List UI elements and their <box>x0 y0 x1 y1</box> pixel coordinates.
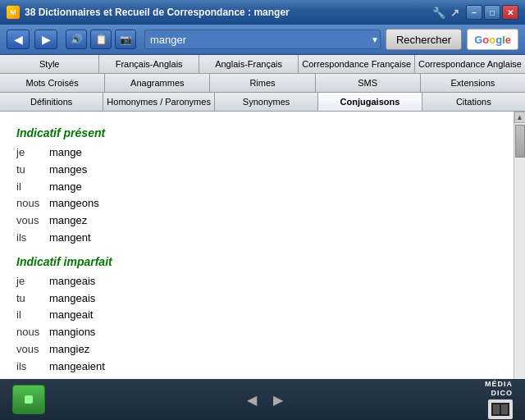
pronoun: il <box>16 179 49 196</box>
window-controls: – □ ✕ <box>466 5 518 20</box>
rechercher-button[interactable]: Rechercher <box>386 29 462 50</box>
svg-rect-1 <box>493 404 500 414</box>
document-icon-button[interactable]: 📋 <box>90 30 112 49</box>
pronoun: tu <box>16 290 49 308</box>
tab-row-2: Mots Croisés Anagrammes Rimes SMS Extens… <box>0 74 525 93</box>
wrench-icon[interactable]: 🔧 <box>432 7 445 19</box>
maximize-button[interactable]: □ <box>484 5 500 20</box>
table-row: vous mangiez <box>16 341 497 358</box>
table-row: vous mangez <box>16 212 497 230</box>
section-title-present: Indicatif présent <box>16 126 497 139</box>
scrollbar[interactable]: ▲ <box>514 112 525 379</box>
table-row: ils mangeaient <box>16 358 497 376</box>
verb-form: mangeait <box>49 307 93 324</box>
table-row: je mange <box>16 144 497 162</box>
conjugation-table-imparfait: je mangeais tu mangeais il mangeait nous… <box>16 273 497 376</box>
section-title-imparfait: Indicatif imparfait <box>16 255 497 268</box>
bottom-controls: ◀ ▶ <box>45 392 485 408</box>
arrow-icon[interactable]: ↗ <box>450 7 459 19</box>
window-title: 38 Dictionnaires et Recueil de Correspon… <box>25 7 432 18</box>
tab-extensions[interactable]: Extensions <box>421 74 525 92</box>
tab-correspondance-anglaise[interactable]: Correspondance Anglaise <box>415 55 525 73</box>
tab-synonymes[interactable]: Synonymes <box>215 93 318 111</box>
scroll-up-button[interactable]: ▲ <box>514 112 526 123</box>
toolbar: ◀ ▶ 🔊 📋 📷 ▼ Rechercher Google <box>0 25 525 55</box>
pronoun: il <box>16 307 49 324</box>
table-row: nous mangeons <box>16 195 497 212</box>
verb-form: mangent <box>49 230 91 247</box>
tab-sms[interactable]: SMS <box>316 74 421 92</box>
tab-mots-croises[interactable]: Mots Croisés <box>0 74 105 92</box>
table-row: il mangeait <box>16 307 497 324</box>
table-row: ils mangent <box>16 230 497 247</box>
verb-form: mangions <box>49 324 95 341</box>
next-button[interactable]: ▶ <box>273 392 283 408</box>
verb-form: mangez <box>49 212 87 230</box>
minimize-button[interactable]: – <box>466 5 482 20</box>
tab-homonymes[interactable]: Homonymes / Paronymes <box>103 93 215 111</box>
pronoun: nous <box>16 324 49 341</box>
table-row: tu mangeais <box>16 290 497 308</box>
verb-form: mangeais <box>49 273 95 290</box>
pronoun: vous <box>16 212 49 230</box>
camera-icon-button[interactable]: 📷 <box>115 30 136 49</box>
verb-form: mange <box>49 179 82 196</box>
table-row: il mange <box>16 179 497 196</box>
scroll-thumb[interactable] <box>515 125 525 158</box>
tab-row-3: Définitions Homonymes / Paronymes Synony… <box>0 93 525 112</box>
conjugation-table-present: je mange tu manges il mange nous mangeon… <box>16 144 497 247</box>
media-dico-text-1: MÉDIA <box>485 380 513 389</box>
app-icon: M <box>7 6 20 19</box>
verb-form: mangeons <box>49 195 99 212</box>
forward-button[interactable]: ▶ <box>34 30 57 49</box>
table-row: nous mangions <box>16 324 497 341</box>
media-dico-logo-box <box>488 399 513 419</box>
back-button[interactable]: ◀ <box>7 30 30 49</box>
verb-form: mangeais <box>49 290 95 308</box>
section-indicatif-present: Indicatif présent je mange tu manges il … <box>16 126 497 247</box>
tab-conjugaisons[interactable]: Conjugaisons <box>318 93 422 111</box>
pronoun: ils <box>16 358 49 376</box>
verb-form: mange <box>49 144 82 162</box>
prev-button[interactable]: ◀ <box>247 392 257 408</box>
pronoun: nous <box>16 195 49 212</box>
media-dico-logo: MÉDIA DICO <box>485 380 513 419</box>
title-bar: M 38 Dictionnaires et Recueil de Corresp… <box>0 0 525 25</box>
content-area: Indicatif présent je mange tu manges il … <box>0 112 525 379</box>
tab-francais-anglais[interactable]: Français-Anglais <box>99 55 199 73</box>
toolbar-icons: 🔊 📋 📷 <box>66 30 136 49</box>
sound-icon-button[interactable]: 🔊 <box>66 30 87 49</box>
pronoun: ils <box>16 230 49 247</box>
tab-anglais-francais[interactable]: Anglais-Français <box>199 55 299 73</box>
search-dropdown-arrow[interactable]: ▼ <box>371 35 379 44</box>
tab-rimes[interactable]: Rimes <box>210 74 315 92</box>
media-dico-text-2: DICO <box>491 389 514 398</box>
tab-citations[interactable]: Citations <box>422 93 525 111</box>
bottom-bar: ◀ ▶ MÉDIA DICO <box>0 379 525 420</box>
table-row: tu manges <box>16 162 497 179</box>
section-indicatif-imparfait: Indicatif imparfait je mangeais tu mange… <box>16 255 497 376</box>
verb-form: manges <box>49 162 87 179</box>
tab-style[interactable]: Style <box>0 55 99 73</box>
verb-form: mangiez <box>49 341 89 358</box>
pronoun: je <box>16 273 49 290</box>
verb-form: mangeaient <box>49 358 105 376</box>
svg-rect-2 <box>501 404 508 414</box>
play-indicator <box>25 395 33 404</box>
tab-anagrammes[interactable]: Anagrammes <box>105 74 210 92</box>
content-main[interactable]: Indicatif présent je mange tu manges il … <box>0 112 514 379</box>
tab-correspondance-francaise[interactable]: Correspondance Française <box>299 55 415 73</box>
play-button[interactable] <box>12 385 45 414</box>
google-button[interactable]: Google <box>467 29 518 50</box>
tabs-container: Style Français-Anglais Anglais-Français … <box>0 55 525 112</box>
close-button[interactable]: ✕ <box>502 5 518 20</box>
tab-row-1: Style Français-Anglais Anglais-Français … <box>0 55 525 74</box>
search-input[interactable] <box>144 30 381 49</box>
search-box: ▼ <box>144 30 381 49</box>
tab-definitions[interactable]: Définitions <box>0 93 103 111</box>
pronoun: tu <box>16 162 49 179</box>
table-row: je mangeais <box>16 273 497 290</box>
pronoun: vous <box>16 341 49 358</box>
pronoun: je <box>16 144 49 162</box>
